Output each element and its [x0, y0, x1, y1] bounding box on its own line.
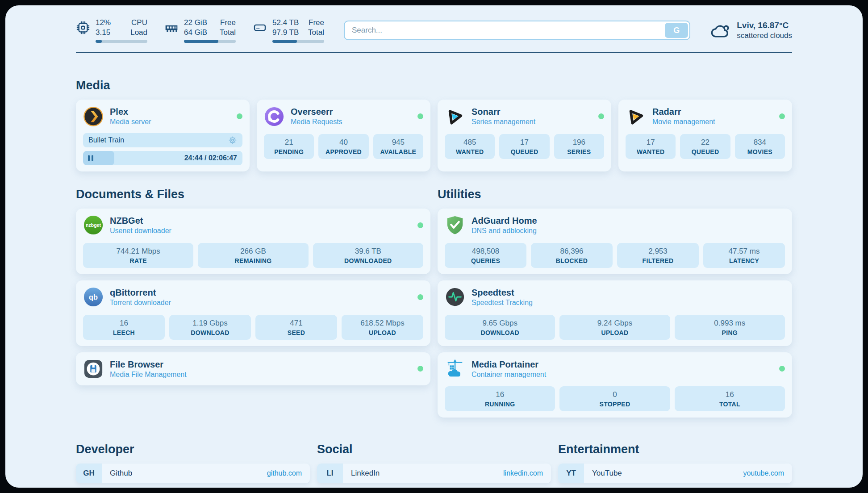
- stat-tile: 0 STOPPED: [559, 386, 670, 411]
- tile-value: 266 GB: [200, 247, 306, 256]
- link-url: github.com: [267, 469, 302, 477]
- search-input[interactable]: [344, 21, 690, 40]
- tile-value: 47.57 ms: [705, 247, 783, 256]
- header-divider: [76, 52, 792, 53]
- status-dot: [417, 294, 423, 300]
- speedtest-icon: [445, 287, 465, 307]
- card-qbittorrent[interactable]: qb qBittorrent Torrent downloader 16: [76, 280, 430, 346]
- ram-total-label: Total: [220, 28, 236, 38]
- tile-value: 86,396: [533, 247, 611, 256]
- stat-tile: 40 APPROVED: [318, 134, 368, 159]
- ram-free-label: Free: [220, 18, 236, 28]
- sonarr-icon: [445, 106, 465, 127]
- playback-progress-bar: 24:44 / 02:06:47: [83, 151, 242, 165]
- search-provider-button[interactable]: G: [665, 23, 688, 38]
- disk-icon: [253, 21, 267, 35]
- card-speedtest[interactable]: Speedtest Speedtest Tracking 9.65 Gbps D…: [438, 280, 792, 346]
- weather-location-temp: Lviv, 16.87°C: [737, 20, 792, 31]
- link-url: linkedin.com: [503, 469, 543, 477]
- portainer-icon: [445, 359, 465, 379]
- app-subtitle: Container management: [472, 370, 546, 380]
- app-title: Sonarr: [472, 106, 535, 117]
- tile-label: RATE: [85, 257, 192, 264]
- card-portainer[interactable]: Media Portainer Container management 16 …: [438, 352, 792, 418]
- card-adguard[interactable]: AdGuard Home DNS and adblocking 498,508 …: [438, 209, 792, 274]
- tile-label: REMAINING: [200, 257, 306, 264]
- svg-text:nzbget: nzbget: [86, 222, 101, 228]
- stat-tile: 47.57 ms LATENCY: [703, 243, 785, 268]
- tile-value: 39.6 TB: [315, 247, 421, 256]
- playback-time: 24:44 / 02:06:47: [184, 154, 237, 162]
- now-playing-title: Bullet Train: [88, 136, 124, 144]
- settings-icon[interactable]: [228, 136, 237, 145]
- link-name: Github: [110, 469, 132, 478]
- disk-total-value: 97.9 TB: [272, 28, 299, 38]
- status-dot: [779, 113, 785, 119]
- disk-stat: 52.4 TB 97.9 TB Free Total: [253, 18, 324, 43]
- radarr-icon: [626, 106, 646, 127]
- tile-label: DOWNLOAD: [171, 329, 249, 336]
- tile-value: 9.24 Gbps: [561, 319, 668, 328]
- disk-progress-fill: [272, 40, 297, 43]
- card-sonarr[interactable]: Sonarr Series management 485 WANTED 17 Q…: [438, 100, 611, 171]
- stat-tile: 16 LEECH: [83, 315, 165, 340]
- card-radarr[interactable]: Radarr Movie management 17 WANTED 22 QUE…: [618, 100, 792, 171]
- tile-label: AVAILABLE: [375, 148, 421, 155]
- stat-tile: 9.24 Gbps UPLOAD: [559, 315, 670, 340]
- stat-tile: 744.21 Mbps RATE: [83, 243, 193, 268]
- cloud-icon: [710, 22, 730, 39]
- app-subtitle: Media Requests: [291, 117, 342, 127]
- plex-icon: [83, 106, 104, 127]
- link-linkedin[interactable]: LI LinkedIn linkedin.com: [317, 464, 551, 483]
- app-title: qBittorrent: [110, 287, 171, 298]
- stat-tile: 498,508 QUERIES: [445, 243, 526, 268]
- app-subtitle: Media File Management: [110, 370, 187, 380]
- now-playing-title-row: Bullet Train: [83, 133, 242, 147]
- section-title-social: Social: [317, 443, 551, 456]
- tile-value: 40: [320, 138, 367, 147]
- stat-tile: 9.65 Gbps DOWNLOAD: [445, 315, 555, 340]
- link-name: YouTube: [592, 469, 622, 478]
- tile-value: 17: [627, 138, 674, 147]
- stat-tile: 17 WANTED: [626, 134, 676, 159]
- link-github[interactable]: GH Github github.com: [76, 464, 310, 483]
- tile-value: 945: [375, 138, 421, 147]
- app-title: File Browser: [110, 359, 187, 370]
- section-utilities: Utilities AdGuard Home DNS: [438, 188, 792, 418]
- card-filebrowser[interactable]: File Browser Media File Management: [76, 352, 430, 386]
- stat-tile: 21 PENDING: [264, 134, 314, 159]
- tile-label: UPLOAD: [561, 329, 668, 336]
- app-title: AdGuard Home: [472, 215, 537, 226]
- search-bar: G: [344, 21, 690, 40]
- tile-value: 9.65 Gbps: [447, 319, 553, 328]
- section-developer: Developer GH Github github.com SO StackO…: [76, 443, 310, 488]
- section-media: Media Plex Media server: [76, 79, 792, 171]
- card-overseerr[interactable]: Overseerr Media Requests 21 PENDING 40 A…: [257, 100, 430, 171]
- stat-tile: 196 SERIES: [554, 134, 604, 159]
- disk-free-value: 52.4 TB: [272, 18, 299, 28]
- stat-tile: 945 AVAILABLE: [373, 134, 423, 159]
- tile-label: RUNNING: [447, 401, 553, 408]
- tile-value: 471: [257, 319, 335, 328]
- app-subtitle: Movie management: [652, 117, 715, 127]
- filebrowser-icon: [83, 359, 104, 379]
- app-title: Overseerr: [291, 106, 342, 117]
- card-nzbget[interactable]: nzbget NZBGet Usenet downloader 744.21 M…: [76, 209, 430, 274]
- section-entertainment: Entertainment YT YouTube youtube.com NF …: [558, 443, 792, 488]
- link-youtube[interactable]: YT YouTube youtube.com: [558, 464, 792, 483]
- cpu-load-value: 3.15: [96, 28, 111, 38]
- tile-value: 22: [682, 138, 728, 147]
- ram-icon: [164, 21, 179, 35]
- tile-label: SERIES: [556, 148, 602, 155]
- card-plex[interactable]: Plex Media server Bullet Train: [76, 100, 250, 171]
- cpu-progress-fill: [96, 40, 102, 43]
- status-dot: [417, 222, 423, 228]
- stat-tile: 22 QUEUED: [680, 134, 730, 159]
- section-title-entertainment: Entertainment: [558, 443, 792, 456]
- app-subtitle: Usenet downloader: [110, 226, 171, 236]
- tile-label: FILTERED: [619, 257, 697, 264]
- status-dot: [417, 113, 423, 119]
- tile-label: TOTAL: [676, 401, 783, 408]
- stat-tile: 17 QUEUED: [499, 134, 549, 159]
- tile-label: QUEUED: [501, 148, 547, 155]
